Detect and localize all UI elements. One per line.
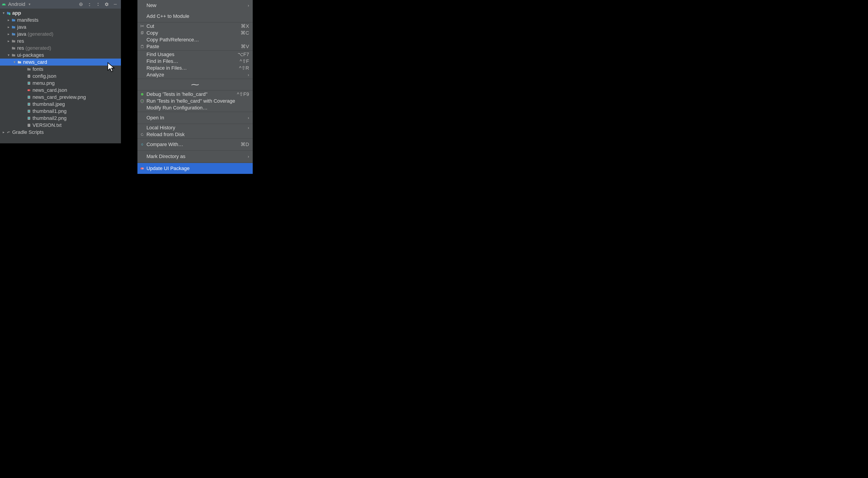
tree-item-menu-png[interactable]: menu.png: [0, 80, 121, 87]
tree-label: res: [17, 45, 24, 51]
tree-label: ui-packages: [17, 52, 44, 58]
panel-title[interactable]: Android: [8, 1, 25, 7]
tree-item-app[interactable]: app: [0, 9, 121, 17]
menu-label: Debug 'Tests in 'hello_card'': [147, 91, 234, 97]
tree-label: news_card.json: [33, 87, 67, 93]
tree-label-suffix: (generated): [28, 31, 53, 37]
tree-item-news-card-json[interactable]: news_card.json: [0, 87, 121, 94]
image-file-icon: [27, 109, 31, 114]
menu-label: Update UI Package: [147, 166, 249, 171]
menu-shortcut: ^⇧F: [240, 58, 249, 64]
folder-icon: [17, 60, 22, 64]
menu-item-copy[interactable]: Copy ⌘C: [137, 30, 253, 36]
folder-icon: [11, 25, 16, 29]
collapse-all-icon[interactable]: [96, 2, 101, 7]
image-file-icon: [27, 95, 31, 99]
tree-item-manifests[interactable]: manifests: [0, 17, 121, 24]
submenu-chevron-icon: ›: [248, 154, 249, 159]
project-tree: app manifests java java (generated) res …: [0, 8, 121, 143]
tree-item-thumbnail-jpeg[interactable]: thumbnail.jpeg: [0, 100, 121, 108]
coverage-icon: [140, 98, 145, 103]
android-icon: [2, 2, 6, 6]
tree-label: res: [17, 38, 24, 44]
menu-item-run-coverage[interactable]: Run 'Tests in 'hello_card'' with Coverag…: [137, 98, 253, 104]
menu-label: Local History: [147, 125, 245, 131]
menu-item-open-in[interactable]: Open In ›: [137, 112, 253, 123]
tree-item-java[interactable]: java: [0, 24, 121, 31]
menu-label: Reload from Disk: [147, 131, 249, 138]
paste-icon: [140, 44, 145, 49]
tree-label: Gradle Scripts: [12, 129, 43, 135]
compare-icon: [140, 142, 145, 147]
menu-item-find-usages[interactable]: Find Usages ⌥F7: [137, 51, 253, 58]
svg-rect-25: [142, 31, 143, 34]
tree-item-news-card[interactable]: news_card: [0, 59, 121, 66]
menu-shortcut: ⌘V: [241, 43, 249, 50]
tree-label: thumbnail2.png: [33, 115, 66, 121]
tree-item-thumbnail2-png[interactable]: thumbnail2.png: [0, 115, 121, 122]
tree-item-config-json[interactable]: config.json: [0, 72, 121, 80]
menu-item-local-history[interactable]: Local History ›: [137, 124, 253, 131]
menu-item-update-ui-package[interactable]: Update UI Package: [137, 163, 253, 174]
menu-item-new[interactable]: New ›: [137, 0, 253, 11]
tree-item-news-card-preview-png[interactable]: news_card_preview.png: [0, 94, 121, 100]
tree-item-ui-packages[interactable]: ui-packages: [0, 52, 121, 59]
menu-item-debug-tests[interactable]: Debug 'Tests in 'hello_card'' ^⇧F9: [137, 91, 253, 98]
svg-rect-19: [28, 117, 30, 119]
settings-icon[interactable]: [104, 2, 109, 7]
tree-item-res[interactable]: res: [0, 37, 121, 44]
menu-item-paste[interactable]: Paste ⌘V: [137, 43, 253, 50]
menu-label: Modify Run Configuration…: [147, 105, 249, 111]
svg-rect-9: [28, 82, 30, 84]
svg-point-11: [29, 89, 30, 91]
menu-item-replace-in-files[interactable]: Replace in Files… ^⇧R: [137, 65, 253, 71]
menu-item-reload-disk[interactable]: Reload from Disk: [137, 131, 253, 138]
res-folder-icon: [11, 53, 16, 57]
tree-item-res-generated[interactable]: res (generated): [0, 44, 121, 52]
menu-item-copy-path[interactable]: Copy Path/Reference…: [137, 36, 253, 43]
svg-rect-26: [141, 45, 143, 48]
tree-item-version-txt[interactable]: VERSION.txt: [0, 122, 121, 129]
menu-wavy-separator: ⁓: [137, 79, 253, 90]
submenu-chevron-icon: ›: [248, 116, 249, 120]
menu-label: Mark Directory as: [147, 153, 245, 159]
svg-rect-20: [28, 124, 30, 127]
image-file-icon: [27, 102, 31, 107]
menu-item-compare-with[interactable]: Compare With… ⌘D: [137, 139, 253, 150]
svg-point-7: [29, 76, 30, 77]
tree-item-thumbnail1-png[interactable]: thumbnail1.png: [0, 108, 121, 115]
gradle-icon: [6, 130, 11, 135]
menu-label: Paste: [147, 43, 238, 50]
tree-label: manifests: [17, 17, 38, 23]
menu-separator: [137, 79, 253, 79]
menu-item-analyze[interactable]: Analyze ›: [137, 71, 253, 78]
menu-separator: [137, 150, 253, 151]
expand-all-icon[interactable]: [87, 2, 92, 7]
menu-label: Find in Files…: [147, 58, 237, 64]
submenu-chevron-icon: ›: [248, 3, 249, 8]
tree-label: thumbnail1.png: [33, 108, 66, 114]
menu-item-cut[interactable]: ✂ Cut ⌘X: [137, 23, 253, 30]
tree-item-gradle-scripts[interactable]: Gradle Scripts: [0, 129, 121, 136]
tree-item-fonts[interactable]: fonts: [0, 66, 121, 72]
generated-folder-icon: [11, 32, 16, 36]
menu-item-mark-directory[interactable]: Mark Directory as ›: [137, 151, 253, 162]
hide-icon[interactable]: [113, 2, 118, 7]
menu-shortcut: ^⇧R: [239, 65, 249, 71]
menu-item-modify-run[interactable]: Modify Run Configuration…: [137, 104, 253, 111]
dropdown-arrow-icon[interactable]: ▼: [28, 2, 31, 6]
submenu-chevron-icon: ›: [248, 72, 249, 77]
project-panel: Android ▼ app manifests java: [0, 0, 121, 143]
submenu-chevron-icon: ›: [248, 125, 249, 130]
menu-label: Cut: [147, 23, 238, 29]
select-opened-file-icon[interactable]: [79, 2, 84, 7]
menu-item-add-cpp[interactable]: Add C++ to Module: [137, 11, 253, 22]
menu-separator: [137, 112, 253, 112]
menu-item-find-in-files[interactable]: Find in Files… ^⇧F: [137, 58, 253, 65]
tree-label: config.json: [33, 73, 56, 79]
tree-label: java: [17, 31, 26, 37]
image-file-icon: [27, 81, 31, 86]
image-file-icon: [27, 116, 31, 121]
menu-label: Run 'Tests in 'hello_card'' with Coverag…: [147, 98, 249, 104]
tree-item-java-generated[interactable]: java (generated): [0, 31, 121, 37]
